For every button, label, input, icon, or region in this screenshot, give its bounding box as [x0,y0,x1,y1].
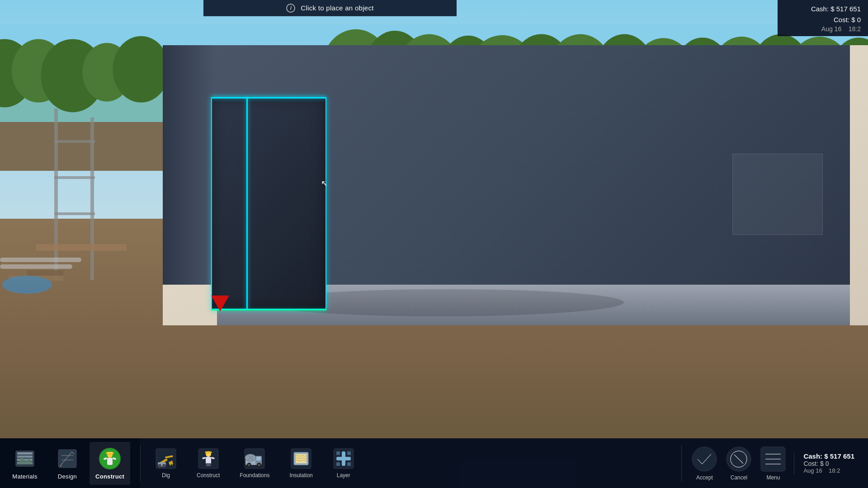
svg-rect-88 [336,451,340,455]
tool-dig[interactable]: Dig [150,444,182,482]
layer-icon [333,448,354,469]
toolbar-cost-value: $ 0 [820,460,829,467]
cash-display: Cash: $ 517 651 [785,4,861,14]
svg-rect-89 [347,451,351,455]
insulation-icon [290,448,312,469]
door-vertical-line [246,97,248,310]
svg-rect-28 [36,244,127,251]
bottom-toolbar: Materials Design [0,438,868,488]
cost-label: Cost: [834,16,849,23]
svg-point-61 [158,464,161,468]
cost-value: $ 0 [851,16,861,23]
svg-rect-66 [206,457,211,464]
svg-rect-32 [0,258,81,262]
svg-rect-70 [208,463,211,466]
toolbar-left-section: Materials Design [0,438,140,488]
menu-button[interactable]: Menu [760,446,787,481]
toolbar-date: Aug 16 [803,467,822,474]
svg-rect-36 [17,455,33,458]
toolbar-date-display: Aug 16 18:2 [803,467,854,474]
svg-rect-23 [54,108,58,280]
foundations-label: Foundations [240,472,269,479]
info-message: Click to place an object [301,4,373,12]
cancel-icon-wrap [725,446,752,473]
accept-button[interactable]: Accept [691,446,718,481]
right-panel [732,154,823,235]
svg-rect-90 [336,462,340,466]
svg-point-6 [113,36,169,103]
info-panel: Cash: $ 517 651 Cost: $ 0 Aug 16 18:2 [778,0,868,36]
design-label: Design [58,473,77,480]
materials-icon [13,447,37,470]
toolbar-cash-display: Cash: $ 517 651 [803,452,854,460]
svg-rect-33 [0,264,72,269]
svg-rect-50 [107,452,113,454]
tool-foundations[interactable]: Foundations [234,444,275,482]
toolbar-middle-section: Dig [141,438,420,488]
svg-rect-69 [206,463,208,466]
layer-label: Layer [337,472,350,479]
design-icon [56,447,79,470]
construct-icon [98,447,122,470]
svg-point-76 [248,464,250,466]
dig-icon [155,448,177,469]
dig-label: Dig [162,472,170,479]
insulation-label: Insulation [289,472,312,479]
cost-display: Cost: $ 0 [785,14,861,25]
svg-rect-30 [27,270,63,276]
tab-construct[interactable]: Construct [90,442,130,485]
menu-label: Menu [766,474,780,481]
svg-rect-74 [256,457,261,460]
tab-design[interactable]: Design [47,442,88,485]
time-value: 18:2 [849,25,861,33]
tool-layer[interactable]: Layer [327,444,360,482]
toolbar-cost-label: Cost: [803,460,818,467]
cancel-label: Cancel [731,474,747,481]
cancel-button[interactable]: Cancel [725,446,752,481]
toolbar-cash-value: $ 517 651 [824,452,854,460]
construct-tool-icon [198,448,219,469]
accept-icon-wrap [691,446,718,473]
svg-point-92 [692,447,717,471]
svg-point-65 [205,451,212,454]
door-red-indicator [211,296,229,311]
date-value: Aug 16 [821,25,841,33]
construct-label: Construct [95,473,124,480]
tool-insulation[interactable]: Insulation [284,444,318,482]
door-body [211,97,326,310]
materials-label: Materials [12,473,37,480]
door-top-line [211,97,326,99]
svg-rect-51 [107,458,113,465]
toolbar-cash-label: Cash: [803,452,822,460]
equipment-overlay [0,104,172,303]
cash-value: $ 517 651 [830,5,861,13]
game-viewport: i Click to place an object Cash: $ 517 6… [0,0,868,488]
svg-rect-26 [54,176,95,179]
toolbar-time: 18:2 [829,467,840,474]
svg-rect-91 [347,462,351,466]
foundations-icon [244,448,265,469]
svg-rect-25 [54,140,95,143]
svg-point-78 [258,464,260,466]
tab-materials[interactable]: Materials [5,442,45,485]
top-info-bar: i Click to place an object [203,0,457,16]
svg-rect-87 [336,457,351,460]
tool-construct[interactable]: Construct [191,444,225,482]
svg-point-62 [162,464,166,468]
accept-label: Accept [696,474,713,481]
date-time-display: Aug 16 18:2 [785,25,861,33]
svg-rect-27 [54,212,95,215]
toolbar-right-section: Accept Cancel [682,438,868,488]
menu-icon-wrap [760,446,787,473]
svg-rect-35 [17,452,33,455]
info-icon: i [286,4,295,13]
toolbar-cash-info: Cash: $ 517 651 Cost: $ 0 Aug 16 18:2 [794,452,859,474]
door-placement-object[interactable] [211,97,326,310]
svg-point-31 [2,276,52,294]
toolbar-cost-display: Cost: $ 0 [803,460,854,467]
construct-tool-label: Construct [197,472,220,479]
cash-label: Cash: [811,5,829,13]
